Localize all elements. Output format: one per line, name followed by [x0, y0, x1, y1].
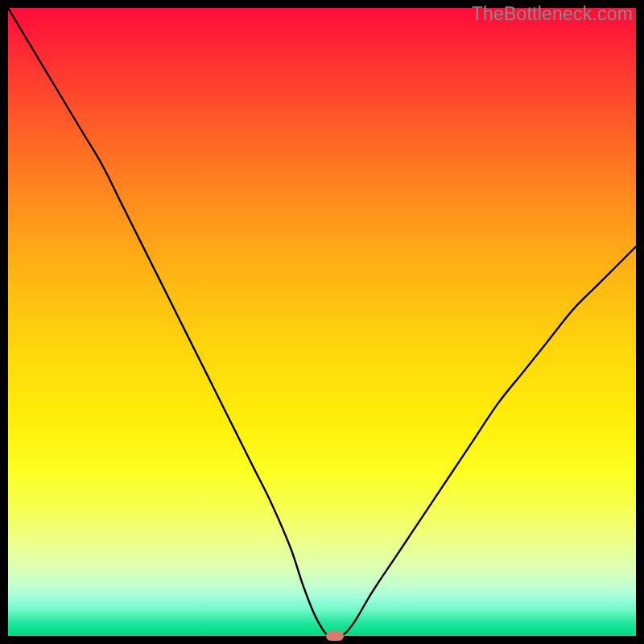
bottleneck-curve [8, 8, 636, 636]
watermark-text: TheBottleneck.com [472, 3, 633, 25]
chart-frame: TheBottleneck.com [0, 0, 644, 644]
plot-area [8, 8, 636, 636]
optimum-marker [326, 631, 344, 641]
